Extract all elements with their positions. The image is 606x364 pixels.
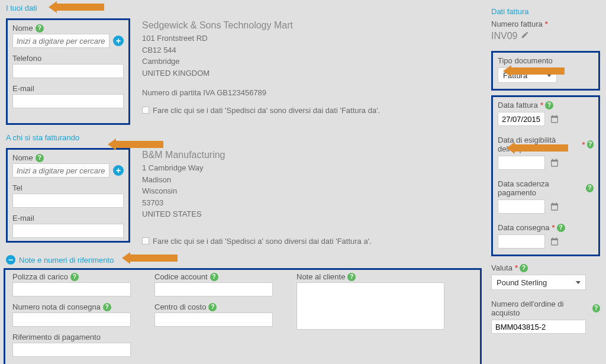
calendar-icon[interactable]: [550, 114, 559, 124]
billto-address-line: 53703: [142, 197, 479, 209]
your-address-line: UNITED KINGDOM: [142, 67, 479, 79]
your-company-name: Sedgewick & Sons Technology Mart: [142, 18, 479, 33]
help-icon[interactable]: ?: [70, 273, 79, 281]
billto-name-label: Nome: [12, 153, 33, 162]
payment-reference-input[interactable]: [12, 343, 131, 357]
billto-company-name: B&M Manufacturing: [142, 148, 479, 162]
bill-of-lading-input[interactable]: [12, 282, 131, 297]
your-address-line: CB12 544: [142, 44, 479, 56]
bill-to-section-title: A chi si sta fatturando: [0, 130, 485, 146]
chevron-down-icon: [576, 281, 581, 284]
billto-email-label: E-mail: [12, 214, 34, 223]
arrow-annotation-icon: [515, 144, 568, 152]
help-icon[interactable]: ?: [347, 273, 356, 281]
help-icon[interactable]: ?: [557, 224, 565, 232]
ship-to-different-label: Fare clic qui se i dati 'Spedisci a' son…: [153, 236, 372, 247]
required-icon: *: [582, 140, 585, 149]
ship-from-different-label: Fare clic qui se i dati 'Spedisci da' so…: [153, 105, 380, 117]
invoice-number-value: INV09: [491, 31, 517, 41]
arrow-annotation-icon: [511, 67, 565, 75]
your-email-input[interactable]: [12, 94, 124, 108]
delivery-note-number-label: Numero nota di consegna: [12, 302, 101, 311]
due-date-input[interactable]: [498, 199, 545, 214]
arrow-annotation-icon: [130, 255, 178, 262]
payment-reference-label: Riferimento di pagamento: [12, 333, 101, 342]
purchase-order-label: Numero dell'ordine di acquisto: [491, 299, 591, 317]
delivery-note-number-input[interactable]: [12, 313, 131, 327]
currency-select[interactable]: Pound Sterling: [491, 275, 586, 290]
help-icon[interactable]: ?: [520, 264, 528, 272]
add-icon[interactable]: +: [113, 165, 124, 176]
customer-notes-input[interactable]: [296, 282, 444, 330]
help-icon[interactable]: ?: [592, 304, 600, 313]
help-icon[interactable]: ?: [587, 140, 594, 149]
help-icon[interactable]: ?: [210, 273, 218, 281]
calendar-icon[interactable]: [550, 202, 559, 211]
invoice-data-section-title: Dati fattura: [491, 4, 600, 20]
help-icon[interactable]: ?: [586, 184, 594, 192]
customer-notes-label: Note al cliente: [296, 272, 345, 281]
billto-address-line: Madison: [142, 174, 479, 186]
help-icon[interactable]: ?: [545, 101, 553, 109]
your-address-line: 101 Frontstreet RD: [142, 33, 479, 44]
add-icon[interactable]: +: [113, 36, 124, 46]
required-icon: *: [552, 223, 555, 232]
billto-address-line: UNITED STATES: [142, 208, 479, 220]
your-vat-number: Numero di partita IVA GB123456789: [142, 87, 479, 99]
purchase-order-input[interactable]: [491, 320, 586, 334]
billto-address-line: 1 Cambridge Way: [142, 162, 479, 174]
checkbox-icon: [142, 237, 149, 244]
invoice-date-label: Data fattura: [498, 101, 538, 109]
required-icon: *: [540, 101, 543, 109]
your-phone-input[interactable]: [12, 64, 124, 78]
cost-center-input[interactable]: [154, 313, 273, 327]
document-type-label: Tipo documento: [498, 56, 553, 65]
help-icon[interactable]: ?: [36, 24, 44, 33]
your-name-input[interactable]: [12, 34, 109, 48]
calendar-icon[interactable]: [550, 158, 559, 167]
delivery-date-input[interactable]: [498, 234, 545, 249]
help-icon[interactable]: ?: [208, 303, 217, 311]
help-icon[interactable]: ?: [36, 154, 44, 162]
collapse-icon[interactable]: −: [6, 255, 15, 265]
billto-email-input[interactable]: [12, 224, 124, 238]
bill-of-lading-label: Polizza di carico: [12, 272, 68, 281]
currency-label: Valuta: [491, 263, 512, 272]
invoice-date-input[interactable]: [498, 112, 545, 126]
your-email-label: E-mail: [12, 84, 34, 93]
help-icon[interactable]: ?: [103, 303, 111, 311]
calendar-icon[interactable]: [550, 237, 559, 246]
account-code-label: Codice account: [154, 272, 208, 281]
billto-address-line: Wisconsin: [142, 185, 479, 197]
cost-center-label: Centro di costo: [154, 302, 206, 311]
edit-icon[interactable]: [521, 31, 529, 41]
required-icon: *: [545, 20, 548, 28]
your-phone-label: Telefono: [12, 54, 41, 63]
your-address-line: Cambridge: [142, 56, 479, 67]
account-code-input[interactable]: [154, 282, 273, 297]
invoice-number-label: Numero fattura: [491, 20, 543, 28]
tax-point-date-input[interactable]: [498, 156, 545, 170]
arrow-annotation-icon: [116, 141, 163, 148]
checkbox-icon: [142, 107, 149, 114]
required-icon: *: [515, 263, 518, 272]
due-date-label: Data scadenza pagamento: [498, 179, 584, 197]
ship-from-different-checkbox[interactable]: Fare clic qui se i dati 'Spedisci da' so…: [142, 105, 479, 117]
ship-to-different-checkbox[interactable]: Fare clic qui se i dati 'Spedisci a' son…: [142, 236, 479, 247]
billto-phone-input[interactable]: [12, 194, 124, 208]
delivery-date-label: Data consegna: [498, 223, 549, 232]
your-name-label: Nome: [12, 24, 33, 33]
arrow-annotation-icon: [57, 4, 104, 11]
references-section-title: Note e numeri di riferimento: [19, 256, 114, 265]
billto-name-input[interactable]: [12, 163, 109, 178]
currency-value: Pound Sterling: [497, 278, 547, 287]
billto-phone-label: Tel: [12, 183, 22, 192]
